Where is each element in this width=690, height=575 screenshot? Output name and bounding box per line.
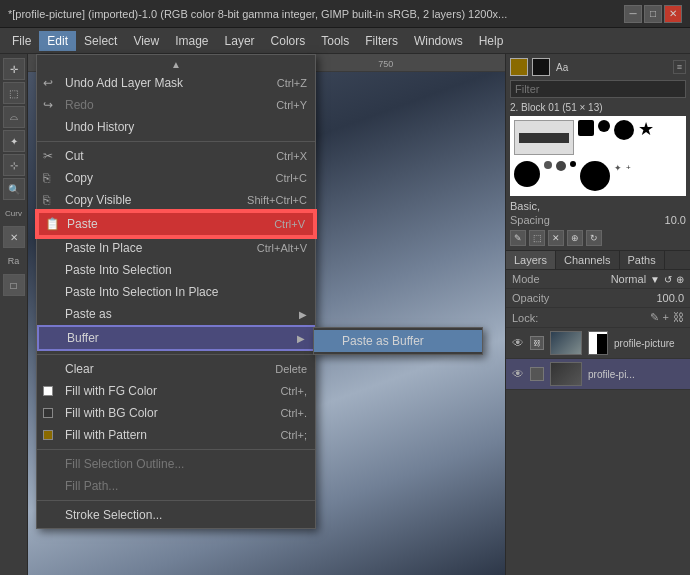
- menu-help[interactable]: Help: [471, 31, 512, 51]
- fill-pattern-icon: [43, 430, 53, 440]
- separator-3: [37, 449, 315, 450]
- menu-item-copy[interactable]: ⎘ Copy Ctrl+C: [37, 167, 315, 189]
- separator-4: [37, 500, 315, 501]
- menu-item-paste-in-place[interactable]: Paste In Place Ctrl+Alt+V: [37, 237, 315, 259]
- menu-item-fill-fg[interactable]: Fill with FG Color Ctrl+,: [37, 380, 315, 402]
- menu-item-copy-visible[interactable]: ⎘ Copy Visible Shift+Ctrl+C: [37, 189, 315, 211]
- copy-visible-icon: ⎘: [43, 193, 50, 207]
- menu-item-fill-pattern[interactable]: Fill with Pattern Ctrl+;: [37, 424, 315, 446]
- menu-item-stroke-selection[interactable]: Stroke Selection...: [37, 504, 315, 526]
- paste-as-buffer-item[interactable]: Paste as Buffer: [314, 330, 482, 352]
- minimize-button[interactable]: ─: [624, 5, 642, 23]
- menu-item-fill-bg[interactable]: Fill with BG Color Ctrl+.: [37, 402, 315, 424]
- menu-item-paste-as[interactable]: Paste as ▶: [37, 303, 315, 325]
- menu-scroll-up[interactable]: ▲: [37, 57, 315, 72]
- menu-item-paste-into-selection[interactable]: Paste Into Selection: [37, 259, 315, 281]
- window-title: *[profile-picture] (imported)-1.0 (RGB c…: [8, 8, 624, 20]
- menu-filters[interactable]: Filters: [357, 31, 406, 51]
- menu-item-fill-path: Fill Path...: [37, 475, 315, 497]
- menu-windows[interactable]: Windows: [406, 31, 471, 51]
- menu-item-paste[interactable]: 📋 Paste Ctrl+V: [37, 211, 315, 237]
- menu-tools[interactable]: Tools: [313, 31, 357, 51]
- close-button[interactable]: ✕: [664, 5, 682, 23]
- title-bar: *[profile-picture] (imported)-1.0 (RGB c…: [0, 0, 690, 28]
- menu-colors[interactable]: Colors: [263, 31, 314, 51]
- copy-icon: ⎘: [43, 171, 50, 185]
- fill-fg-icon: [43, 386, 53, 396]
- fill-bg-icon: [43, 408, 53, 418]
- separator-2: [37, 354, 315, 355]
- menu-bar: File Edit Select View Image Layer Colors…: [0, 28, 690, 54]
- menu-layer[interactable]: Layer: [217, 31, 263, 51]
- maximize-button[interactable]: □: [644, 5, 662, 23]
- undo-icon: ↩: [43, 76, 53, 90]
- window-controls: ─ □ ✕: [624, 5, 682, 23]
- menu-select[interactable]: Select: [76, 31, 125, 51]
- cut-icon: ✂: [43, 149, 53, 163]
- menu-item-redo: ↪ Redo Ctrl+Y: [37, 94, 315, 116]
- buffer-arrow: ▶: [297, 333, 305, 344]
- menu-item-clear[interactable]: Clear Delete: [37, 358, 315, 380]
- menu-item-undo[interactable]: ↩ Undo Add Layer Mask Ctrl+Z: [37, 72, 315, 94]
- paste-as-arrow: ▶: [299, 309, 307, 320]
- menu-item-fill-outline: Fill Selection Outline...: [37, 453, 315, 475]
- menu-file[interactable]: File: [4, 31, 39, 51]
- menu-item-buffer[interactable]: Buffer ▶ Paste as Buffer: [37, 325, 315, 351]
- menu-edit[interactable]: Edit: [39, 31, 76, 51]
- menu-item-history[interactable]: Undo History: [37, 116, 315, 138]
- paste-icon: 📋: [45, 217, 60, 231]
- buffer-submenu: Paste as Buffer: [313, 327, 483, 355]
- menu-view[interactable]: View: [125, 31, 167, 51]
- menu-image[interactable]: Image: [167, 31, 216, 51]
- dropdown-overlay: ▲ ↩ Undo Add Layer Mask Ctrl+Z ↪ Redo Ct…: [0, 54, 690, 575]
- redo-icon: ↪: [43, 98, 53, 112]
- menu-item-cut[interactable]: ✂ Cut Ctrl+X: [37, 145, 315, 167]
- menu-item-paste-into-selection-place[interactable]: Paste Into Selection In Place: [37, 281, 315, 303]
- separator-1: [37, 141, 315, 142]
- edit-dropdown-menu: ▲ ↩ Undo Add Layer Mask Ctrl+Z ↪ Redo Ct…: [36, 54, 316, 529]
